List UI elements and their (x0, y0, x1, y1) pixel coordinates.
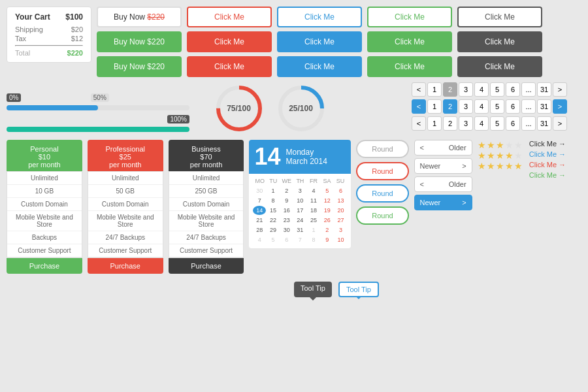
next-page-btn-3[interactable]: > (553, 116, 567, 131)
calendar-day-cell[interactable]: 20 (335, 206, 348, 215)
click-me-green-solid2[interactable]: Click Me (367, 56, 452, 77)
page-4-btn-1[interactable]: 4 (474, 82, 489, 97)
calendar-day-cell[interactable]: 29 (267, 225, 280, 235)
older-btn-2[interactable]: < Older (414, 176, 472, 192)
tooltip-dark[interactable]: Tool Tip (294, 282, 332, 297)
calendar-day-cell[interactable]: 5 (267, 235, 280, 244)
click-me-dark-solid2[interactable]: Click Me (457, 56, 542, 77)
click-me-dark-outline[interactable]: Click Me (457, 7, 542, 27)
page-31-btn-2[interactable]: 31 (537, 99, 551, 114)
purchase-business-btn[interactable]: Purchase (191, 262, 221, 270)
next-page-btn-2[interactable]: > (553, 99, 567, 114)
page-5-btn-1[interactable]: 5 (490, 82, 504, 97)
page-3-btn-2[interactable]: 3 (459, 99, 473, 114)
calendar-day-cell[interactable]: 26 (321, 216, 334, 225)
progress-track-1[interactable] (7, 105, 189, 110)
calendar-day-cell[interactable]: 7 (294, 235, 307, 244)
calendar-day-cell[interactable]: 1 (307, 225, 320, 235)
calendar-day-cell[interactable]: 15 (267, 206, 280, 215)
page-3-btn-3[interactable]: 3 (459, 116, 473, 131)
page-4-btn-2[interactable]: 4 (474, 99, 489, 114)
calendar-day-cell[interactable]: 3 (335, 225, 348, 235)
buy-now-green-button[interactable]: Buy Now $220 (97, 31, 182, 52)
click-me-red-solid2[interactable]: Click Me (187, 56, 272, 77)
calendar-day-cell[interactable]: 12 (321, 196, 334, 205)
calendar-day-cell[interactable]: 2 (321, 225, 334, 235)
calendar-day-cell[interactable]: 8 (307, 235, 320, 244)
page-6-btn-3[interactable]: 6 (506, 116, 520, 131)
next-page-btn-1[interactable]: > (553, 82, 567, 97)
page-5-btn-2[interactable]: 5 (490, 99, 504, 114)
page-3-btn-1[interactable]: 3 (459, 82, 473, 97)
calendar-day-cell[interactable]: 21 (253, 216, 266, 225)
page-31-btn-1[interactable]: 31 (537, 82, 551, 97)
round-btn-green[interactable]: Round (356, 206, 408, 225)
calendar-day-cell[interactable]: 30 (253, 186, 266, 195)
newer-btn-2[interactable]: Newer > (414, 195, 472, 210)
newer-btn-1[interactable]: Newer > (414, 158, 472, 174)
calendar-day-cell[interactable]: 9 (280, 196, 293, 205)
calendar-day-cell[interactable]: 23 (280, 216, 293, 225)
calendar-day-cell[interactable]: 27 (335, 216, 348, 225)
calendar-day-cell[interactable]: 2 (280, 186, 293, 195)
older-btn-1[interactable]: < Older (414, 140, 472, 155)
prev-page-btn-2[interactable]: < (412, 99, 426, 114)
calendar-day-cell[interactable]: 14 (253, 206, 266, 215)
link-dark[interactable]: Click Me → (529, 140, 581, 148)
page-1-btn-3[interactable]: 1 (427, 116, 442, 131)
round-btn-red[interactable]: Round (356, 162, 408, 180)
round-btn-gray[interactable]: Round (356, 140, 408, 158)
calendar-day-cell[interactable]: 16 (280, 206, 293, 215)
purchase-personal-btn[interactable]: Purchase (29, 262, 59, 270)
calendar-day-cell[interactable]: 3 (294, 186, 307, 195)
calendar-day-cell[interactable]: 8 (267, 196, 280, 205)
calendar-day-cell[interactable]: 6 (335, 186, 348, 195)
calendar-day-cell[interactable]: 6 (280, 235, 293, 244)
prev-page-btn-1[interactable]: < (412, 82, 426, 97)
calendar-day-cell[interactable]: 4 (307, 186, 320, 195)
calendar-day-cell[interactable]: 30 (280, 225, 293, 235)
page-2-btn-3[interactable]: 2 (443, 116, 457, 131)
calendar-day-cell[interactable]: 9 (321, 235, 334, 244)
calendar-day-cell[interactable]: 13 (335, 196, 348, 205)
page-4-btn-3[interactable]: 4 (474, 116, 489, 131)
calendar-day-cell[interactable]: 22 (267, 216, 280, 225)
calendar-day-cell[interactable]: 24 (294, 216, 307, 225)
calendar-day-cell[interactable]: 31 (294, 225, 307, 235)
click-me-red-solid[interactable]: Click Me (187, 31, 272, 52)
progress-track-2[interactable] (7, 127, 189, 132)
page-2-btn-1[interactable]: 2 (443, 82, 457, 97)
buy-now-outline-button[interactable]: Buy Now $220 (97, 7, 182, 27)
calendar-day-cell[interactable]: 17 (294, 206, 307, 215)
prev-page-btn-3[interactable]: < (412, 116, 426, 131)
calendar-day-cell[interactable]: 28 (253, 225, 266, 235)
click-me-blue-solid2[interactable]: Click Me (277, 56, 362, 77)
round-btn-blue[interactable]: Round (356, 184, 408, 203)
link-red[interactable]: Click Me → (529, 161, 581, 169)
page-31-btn-3[interactable]: 31 (537, 116, 551, 131)
calendar-day-cell[interactable]: 5 (321, 186, 334, 195)
click-me-blue-outline[interactable]: Click Me (277, 7, 362, 27)
click-me-green-outline[interactable]: Click Me (367, 7, 452, 27)
page-1-btn-2[interactable]: 1 (427, 99, 442, 114)
page-5-btn-3[interactable]: 5 (490, 116, 504, 131)
calendar-day-cell[interactable]: 19 (321, 206, 334, 215)
calendar-day-cell[interactable]: 10 (294, 196, 307, 205)
tooltip-blue[interactable]: Tool Tip (338, 282, 379, 297)
buy-now-green-button2[interactable]: Buy Now $220 (97, 56, 182, 77)
calendar-day-cell[interactable]: 1 (267, 186, 280, 195)
calendar-day-cell[interactable]: 7 (253, 196, 266, 205)
calendar-day-cell[interactable]: 25 (307, 216, 320, 225)
link-blue[interactable]: Click Me → (529, 150, 581, 158)
purchase-professional-btn[interactable]: Purchase (110, 262, 140, 270)
calendar-day-cell[interactable]: 4 (253, 235, 266, 244)
click-me-dark-solid[interactable]: Click Me (457, 31, 542, 52)
page-1-btn-1[interactable]: 1 (427, 82, 442, 97)
calendar-day-cell[interactable]: 18 (307, 206, 320, 215)
click-me-red-outline[interactable]: Click Me (187, 7, 272, 27)
link-green[interactable]: Click Me → (529, 171, 581, 179)
page-2-btn-2[interactable]: 2 (443, 99, 457, 114)
page-6-btn-2[interactable]: 6 (506, 99, 520, 114)
calendar-day-cell[interactable]: 10 (335, 235, 348, 244)
calendar-day-cell[interactable]: 11 (307, 196, 320, 205)
